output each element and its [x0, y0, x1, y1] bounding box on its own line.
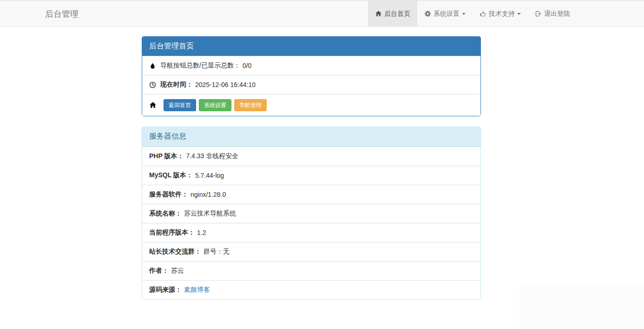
current-time-label: 现在时间：	[160, 81, 193, 89]
sign-out-icon	[535, 10, 542, 17]
nav-item-admin-home[interactable]: 后台首页	[368, 1, 417, 27]
row-label: 系统名称：	[149, 209, 182, 218]
row-value: 1.2	[197, 229, 206, 236]
row-label: 站长技术交流群：	[149, 248, 201, 256]
server-info-row-software: 服务器软件： nginx/1.28.0	[142, 185, 480, 204]
chevron-down-icon	[517, 13, 521, 15]
nav-count-row: 导航按钮总数/已显示总数： 0/0	[142, 56, 480, 75]
nav-item-label: 后台首页	[384, 10, 410, 18]
admin-home-panel-heading: 后台管理首页	[142, 37, 480, 56]
panel-title: 后台管理首页	[149, 42, 194, 50]
nav-item-tech-support[interactable]: 技术支持	[473, 1, 528, 27]
current-time-row: 现在时间： 2025-12-06 16:44:10	[142, 75, 480, 94]
nav-item-system-settings[interactable]: 系统设置	[417, 1, 473, 27]
main-content: 后台管理首页 导航按钮总数/已显示总数： 0/0 现在时间： 2025-12-0…	[142, 27, 481, 300]
nav-item-label: 技术支持	[489, 10, 515, 18]
navbar-menu: 后台首页 系统设置	[368, 1, 577, 27]
server-info-row-version: 当前程序版本： 1.2	[142, 223, 480, 242]
tint-icon	[149, 62, 156, 69]
server-info-panel: 服务器信息 PHP 版本： 7.4.33 非线程安全 MySQL 版本： 5.7…	[142, 127, 481, 300]
row-value: 5.7.44-log	[195, 172, 224, 179]
row-value: nginx/1.28.0	[191, 191, 226, 198]
thumbs-up-icon	[480, 10, 486, 17]
back-home-button[interactable]: 返回首页	[164, 99, 196, 111]
nav-item-label: 退出登陆	[544, 10, 570, 18]
row-label: 作者：	[149, 267, 169, 275]
nav-manage-button[interactable]: 导航管理	[234, 99, 267, 111]
top-navbar: 后台管理 后台首页	[0, 0, 644, 27]
gear-icon	[424, 10, 431, 17]
admin-home-panel: 后台管理首页 导航按钮总数/已显示总数： 0/0 现在时间： 2025-12-0…	[142, 36, 481, 116]
row-label: 源码来源：	[149, 286, 182, 294]
server-info-row-php: PHP 版本： 7.4.33 非线程安全	[142, 147, 480, 166]
server-info-row-qq-group: 站长技术交流群： 群号：无	[142, 242, 480, 261]
server-info-row-system-name: 系统名称： 苏云技术导航系统	[142, 204, 480, 223]
home-icon	[375, 10, 382, 17]
page-shade-artifact	[519, 286, 644, 329]
row-value: 群号：无	[204, 248, 230, 256]
row-label: MySQL 版本：	[149, 171, 193, 180]
nav-item-label: 系统设置	[434, 10, 460, 18]
row-label: PHP 版本：	[149, 152, 184, 161]
nav-item-logout[interactable]: 退出登陆	[528, 1, 577, 27]
server-info-row-source: 源码来源： 素颜博客	[142, 280, 480, 299]
chevron-down-icon	[462, 13, 466, 15]
server-info-panel-heading: 服务器信息	[142, 127, 480, 147]
row-label: 当前程序版本：	[149, 228, 195, 237]
system-settings-button[interactable]: 系统设置	[199, 99, 231, 111]
server-info-row-author: 作者： 苏云	[142, 261, 480, 280]
row-value: 7.4.33 非线程安全	[186, 152, 238, 161]
home-icon	[149, 101, 157, 109]
current-time-value: 2025-12-06 16:44:10	[195, 81, 256, 88]
panel-title: 服务器信息	[149, 132, 186, 140]
nav-count-label: 导航按钮总数/已显示总数：	[160, 61, 240, 70]
source-blog-link[interactable]: 素颜博客	[184, 286, 210, 294]
row-value: 苏云	[171, 267, 184, 275]
clock-icon	[149, 81, 156, 88]
nav-count-value: 0/0	[243, 62, 251, 69]
row-label: 服务器软件：	[149, 190, 188, 199]
row-value: 苏云技术导航系统	[184, 209, 236, 218]
server-info-row-mysql: MySQL 版本： 5.7.44-log	[142, 166, 480, 185]
navbar-brand[interactable]: 后台管理	[45, 1, 79, 27]
quick-links-row: 返回首页 系统设置 导航管理	[142, 94, 480, 116]
